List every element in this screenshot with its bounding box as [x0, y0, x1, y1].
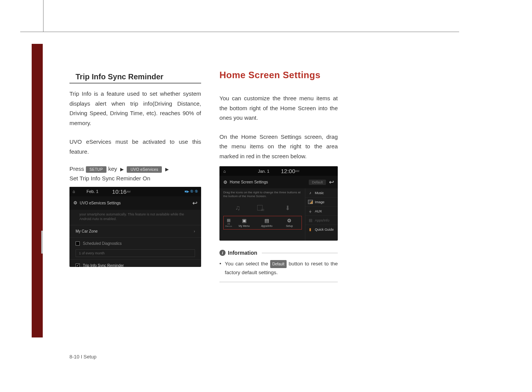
default-button-label: Default	[270, 260, 287, 268]
instruction-line: Set Trip Info Sync Reminder On	[69, 175, 201, 182]
list-item-label: Trip Info Sync Reminder	[83, 263, 124, 267]
status-bar: ⌂ Jan. 1 12:00AM	[219, 166, 338, 176]
status-bar: ⌂ Feb. 1 10:16AM ■▶ ⦿ ⦿	[69, 187, 201, 196]
screen-body: Drag the icons on the right to change th…	[219, 188, 338, 241]
hint-text: Drag the icons on the right to change th…	[223, 191, 302, 199]
back-icon: ↩	[192, 199, 197, 207]
paragraph: UVO eServices must be activated to use t…	[69, 137, 201, 156]
status-time: 12:00	[281, 168, 295, 174]
screenshot-uvo-settings: ⌂ Feb. 1 10:16AM ■▶ ⦿ ⦿ ⚙ UVO eServices …	[69, 187, 201, 267]
all-menus-button: ▦ All Menus	[224, 218, 233, 227]
text: key	[108, 165, 119, 172]
information-label: Information	[228, 250, 257, 256]
page-crop-rule-left	[20, 32, 43, 32]
apps-icon: ▤	[255, 218, 278, 223]
screen-titlebar: ⚙ Home Screen Settings Default ↩	[219, 176, 338, 188]
column-right: Home Screen Settings You can customize t…	[219, 70, 338, 282]
subsection-heading: Trip Info Sync Reminder	[76, 72, 201, 81]
text: You can select the	[225, 261, 270, 267]
paragraph: You can customize the three menu items a…	[219, 93, 338, 123]
music-note-icon: ♪	[308, 191, 313, 195]
information-header: i Information	[219, 250, 338, 256]
menu-item-music: ♪Music	[305, 188, 338, 198]
slot-apps-info: ▤Apps/Info	[255, 218, 278, 228]
menu-item-quick-guide: ▮Quick Guide	[305, 225, 338, 234]
section-accent-bar	[32, 44, 43, 337]
triangle-right-icon: ▶	[119, 167, 125, 172]
apps-icon: ▤	[308, 218, 313, 222]
screen-titlebar: ⚙ UVO eServices Settings ↩	[69, 196, 201, 210]
all-menus-label: All Menus	[224, 223, 233, 227]
status-ampm: AM	[126, 190, 131, 193]
inset-value: 1 of every month	[76, 249, 195, 257]
item-subtext: your smartphone automatically. This feat…	[69, 210, 201, 225]
menu-item-image: Image	[305, 198, 338, 207]
list-item-scheduled-diag: Scheduled Diagnostics	[69, 237, 201, 249]
info-bullet: You can select the Default button to res…	[219, 260, 338, 277]
page-footer: 8-10 I Setup	[69, 354, 97, 360]
home-icon: ⌂	[223, 169, 226, 174]
page-crop-rule-vert	[43, 0, 44, 32]
slot-setup: ⚙Setup	[278, 218, 301, 228]
page-crop-rule-right	[43, 32, 459, 32]
checkbox-checked-icon	[76, 263, 80, 267]
screen-title: Home Screen Settings	[230, 180, 268, 184]
paragraph: Trip Info is a feature used to set wheth…	[69, 89, 201, 128]
menu-item-aux: ⏚AUX	[305, 207, 338, 216]
screenshot-home-settings: ⌂ Jan. 1 12:00AM ⚙ Home Screen Settings …	[219, 166, 338, 241]
list-item-label: My Car Zone	[76, 229, 98, 233]
divider	[262, 253, 338, 253]
thumb-tab	[41, 231, 43, 254]
section-heading: Home Screen Settings	[219, 70, 338, 80]
grid-icon: ▦	[227, 218, 231, 222]
text: Press	[69, 165, 86, 172]
divider	[219, 282, 338, 282]
list-item-trip-info-sync: Trip Info Sync Reminder	[69, 259, 201, 267]
gear-icon: ⚙	[223, 180, 227, 185]
home-bottom-slots: ▦ All Menus ▣My Menu ▤Apps/Info ⚙Setup	[223, 216, 302, 230]
uvo-eservices-button: UVO eServices	[127, 166, 162, 173]
back-icon: ↩	[329, 178, 334, 186]
status-date: Feb. 1	[87, 189, 98, 194]
gear-icon: ⚙	[73, 200, 77, 206]
menu-item-apps-info: ▤Apps/Info	[305, 216, 338, 225]
drop-arrow-icon: ⬇	[285, 204, 290, 212]
right-menu-list: ♪Music Image ⏚AUX ▤Apps/Info ▮Quick Guid…	[305, 188, 338, 241]
chevron-right-icon: ›	[194, 229, 195, 233]
book-icon: ▮	[308, 227, 313, 231]
triangle-right-icon: ▶	[164, 167, 170, 172]
paragraph: On the Home Screen Settings screen, drag…	[219, 132, 338, 161]
checkbox-unchecked-icon	[76, 241, 80, 246]
slot-my-menu: ▣My Menu	[233, 218, 255, 228]
status-date: Jan. 1	[258, 169, 269, 174]
instruction-line: Press SETUP key ▶ UVO eServices ▶	[69, 165, 201, 173]
aux-plug-icon: ⏚	[308, 209, 313, 213]
status-time: 10:16	[112, 188, 127, 195]
list-item-my-car-zone: My Car Zone ›	[69, 225, 201, 237]
phone-parked-icon: ⃞00	[261, 204, 264, 211]
subsection-heading-box: Trip Info Sync Reminder	[69, 72, 201, 84]
left-panel: Drag the icons on the right to change th…	[219, 188, 305, 241]
home-icon: ⌂	[73, 189, 75, 194]
status-indicators: ■▶ ⦿ ⦿	[185, 190, 198, 193]
status-ampm: AM	[295, 170, 300, 172]
preview-row: ♫ ⃞00 ⬇	[223, 202, 302, 214]
gear-icon: ⚙	[278, 218, 301, 223]
image-icon	[308, 200, 313, 204]
column-left: Trip Info Sync Reminder Trip Info is a f…	[69, 72, 201, 267]
list-item-label: Scheduled Diagnostics	[83, 241, 122, 246]
screen-title: UVO eServices Settings	[80, 201, 121, 205]
default-button: Default	[309, 180, 326, 185]
music-note-icon: ♫	[235, 204, 240, 212]
setup-key-button: SETUP	[86, 166, 107, 173]
info-icon: i	[219, 250, 226, 256]
person-icon: ▣	[233, 218, 255, 223]
